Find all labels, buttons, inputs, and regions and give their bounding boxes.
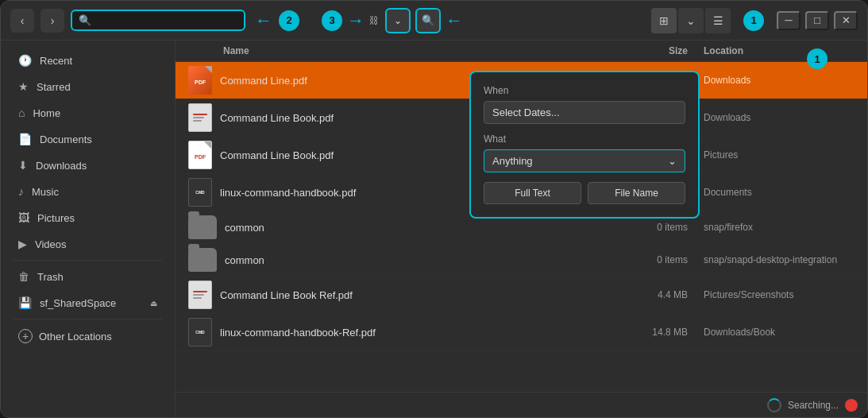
sidebar-divider [14, 260, 162, 261]
annotation-badge-1-right: 1 [807, 48, 827, 69]
annotation-badge-3: 3 [322, 10, 342, 31]
file-location: Downloads [696, 75, 854, 86]
link-chain-icon: ⛓ [369, 15, 379, 26]
list-view-button[interactable]: ☰ [705, 8, 731, 33]
annotation-arrow-1-left: ← [446, 10, 463, 31]
table-row[interactable]: CMD linux-command-handbook-Ref.pdf 14.8 … [176, 314, 867, 351]
sidebar-item-documents[interactable]: 📄 Documents [6, 126, 170, 152]
sidebar-item-home[interactable]: ⌂ Home [6, 100, 170, 126]
file-name: Command Line Book Ref.pdf [220, 289, 632, 301]
file-location: snap/firefox [696, 222, 854, 233]
pictures-icon: 🖼 [18, 211, 29, 224]
file-name-cell: Command Line Book Ref.pdf [188, 281, 632, 309]
file-location: Downloads [696, 112, 854, 123]
sidebar-label-sf-shared: sf_SharedSpace [40, 297, 116, 309]
eject-icon: ⏏ [150, 299, 157, 308]
file-name: linux-command-handbook-Ref.pdf [220, 327, 632, 339]
col-size-header: Size [632, 45, 696, 56]
annotation-1-area: 1 [807, 48, 827, 69]
sidebar-item-sf-shared[interactable]: 💾 sf_SharedSpace ⏏ [6, 290, 170, 315]
file-icon-pdf: PDF [188, 141, 212, 169]
table-row[interactable]: common 0 items snap/snapd-desktop-integr… [176, 244, 867, 277]
file-size: 14.8 MB [632, 327, 696, 338]
home-icon: ⌂ [18, 106, 25, 119]
sidebar-label-music: Music [32, 186, 59, 198]
back-button[interactable]: ‹ [10, 9, 34, 33]
maximize-button[interactable]: □ [805, 11, 829, 30]
file-icon-book [188, 281, 212, 309]
popup-what-label: What [484, 134, 685, 145]
grid-view-button[interactable]: ⊞ [651, 8, 677, 33]
main-layout: 🕐 Recent ★ Starred ⌂ Home 📄 Documents ⬇ … [1, 41, 867, 417]
search-box-container: 🔍 Co [71, 10, 245, 31]
search-filter-popup: When Select Dates... What Anything ⌄ Ful… [469, 71, 700, 219]
view-buttons: ⊞ ⌄ ☰ [651, 8, 731, 33]
file-location: Documents [696, 187, 854, 198]
stop-search-button[interactable] [845, 399, 858, 412]
file-name: common [225, 222, 632, 234]
sf-shared-icon: 💾 [18, 296, 32, 309]
file-location: Pictures [696, 149, 854, 161]
sidebar: 🕐 Recent ★ Starred ⌂ Home 📄 Documents ⬇ … [1, 41, 176, 417]
annotation-badge-1: 1 [743, 10, 764, 31]
titlebar-center-controls: 3 → ⛓ ⌄ 🔍 ← [322, 8, 463, 33]
sidebar-item-videos[interactable]: ▶ Videos [6, 231, 170, 257]
popup-anything-label: Anything [492, 155, 533, 167]
file-icon-folder [188, 215, 217, 239]
file-icon-linux-book: CMD [188, 318, 212, 346]
file-location: Pictures/Screenshots [696, 289, 854, 300]
file-size: 0 items [632, 222, 696, 233]
search-filter-dropdown-button[interactable]: ⌄ [385, 8, 411, 33]
file-icon-pdf-orange: PDF [188, 66, 212, 95]
popup-dropdown-chevron: ⌄ [668, 155, 677, 167]
popup-anything-dropdown[interactable]: Anything ⌄ [484, 149, 685, 172]
forward-button[interactable]: › [41, 9, 64, 33]
sidebar-label-trash: Trash [37, 271, 64, 283]
file-name-cell: common [188, 215, 632, 239]
search-input[interactable]: Co [96, 14, 223, 26]
file-location: snap/snapd-desktop-integration [696, 254, 854, 265]
statusbar: Searching... [176, 392, 867, 417]
sidebar-item-trash[interactable]: 🗑 Trash [6, 264, 170, 289]
content-area: Name Size Location PDF Command Line.pdf … [176, 41, 867, 417]
file-size: 0 items [632, 254, 696, 265]
sidebar-label-downloads: Downloads [36, 160, 87, 172]
music-icon: ♪ [18, 185, 24, 198]
sidebar-item-recent[interactable]: 🕐 Recent [6, 48, 170, 73]
column-headers: Name Size Location [176, 41, 867, 62]
annotation-arrow-3-right: → [347, 10, 365, 31]
file-location: Downloads/Book [696, 327, 854, 338]
sidebar-label-other-locations: Other Locations [39, 331, 112, 343]
popup-full-text-button[interactable]: Full Text [484, 182, 581, 204]
close-button[interactable]: ✕ [834, 11, 858, 30]
sidebar-item-other-locations[interactable]: + Other Locations [6, 323, 170, 350]
sidebar-label-documents: Documents [40, 134, 92, 145]
sidebar-item-music[interactable]: ♪ Music [6, 179, 170, 204]
documents-icon: 📄 [18, 133, 32, 145]
window-controls: ─ □ ✕ [777, 11, 858, 30]
popup-select-dates-button[interactable]: Select Dates... [484, 101, 685, 124]
sidebar-label-starred: Starred [37, 81, 71, 93]
file-name-cell: CMD linux-command-handbook-Ref.pdf [188, 318, 632, 346]
minimize-button[interactable]: ─ [777, 11, 800, 30]
file-name: common [225, 254, 632, 266]
popup-search-buttons: Full Text File Name [484, 182, 685, 204]
popup-file-name-button[interactable]: File Name [588, 182, 685, 204]
annotation-arrow-2: ← [255, 10, 272, 31]
search-icon: 🔍 [79, 14, 91, 26]
sidebar-item-downloads[interactable]: ⬇ Downloads [6, 153, 170, 178]
col-location-header: Location [696, 45, 854, 56]
file-name-cell: common [188, 248, 632, 272]
search-toggle-button[interactable]: 🔍 [415, 8, 441, 33]
searching-spinner [767, 398, 781, 412]
videos-icon: ▶ [18, 238, 27, 250]
other-locations-icon: + [18, 329, 33, 343]
popup-when-label: When [484, 85, 685, 96]
sidebar-item-starred[interactable]: ★ Starred [6, 74, 170, 99]
sidebar-item-pictures[interactable]: 🖼 Pictures [6, 205, 170, 230]
table-row[interactable]: Command Line Book Ref.pdf 4.4 MB Picture… [176, 277, 867, 314]
view-more-button[interactable]: ⌄ [678, 8, 704, 33]
col-name-header: Name [223, 45, 632, 56]
titlebar: ‹ › 🔍 Co ← 2 3 → ⛓ ⌄ 🔍 ← ⊞ ⌄ ☰ 1 ─ [1, 1, 867, 41]
recent-icon: 🕐 [18, 54, 32, 67]
